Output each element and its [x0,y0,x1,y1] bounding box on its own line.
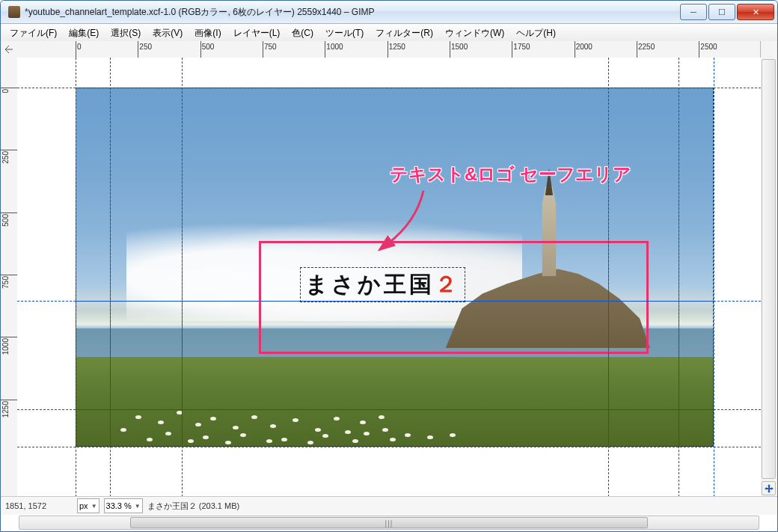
menu-layer[interactable]: レイヤー(L) [227,25,287,42]
menu-color[interactable]: 色(C) [286,25,319,42]
vertical-scrollbar[interactable] [762,59,776,479]
vertical-ruler[interactable]: 025050075010001250 [1,58,18,497]
text-layer-black: まさか王国 [305,272,435,296]
minimize-button[interactable]: ─ [680,4,707,20]
text-layer[interactable]: まさか王国２ [300,267,465,302]
layer-info: まさか王国２ (203.1 MB) [147,501,239,512]
move-icon [765,484,774,493]
menu-edit[interactable]: 編集(E) [63,25,105,42]
menu-help[interactable]: ヘルプ(H) [510,25,562,42]
menu-view[interactable]: 表示(V) [147,25,189,42]
scrollbar-thumb[interactable]: ||| [130,517,648,528]
menu-filter[interactable]: フィルター(R) [370,25,439,42]
menu-file[interactable]: ファイル(F) [4,25,63,42]
canvas[interactable]: テキスト&ロゴ セーフエリア まさか王国２ [17,58,761,497]
annotation-label: テキスト&ロゴ セーフエリア [390,162,631,186]
menu-window[interactable]: ウィンドウ(W) [439,25,510,42]
chevron-down-icon: ▼ [91,503,97,510]
menu-select[interactable]: 選択(S) [105,25,147,42]
app-window: *youtube_channelart_template.xcf-1.0 (RG… [0,0,778,532]
menu-image[interactable]: 画像(I) [189,25,227,42]
titlebar[interactable]: *youtube_channelart_template.xcf-1.0 (RG… [1,1,777,24]
chevron-down-icon: ▼ [135,503,141,510]
horizontal-scrollbar[interactable]: ||| [19,516,759,530]
menubar: ファイル(F) 編集(E) 選択(S) 表示(V) 画像(I) レイヤー(L) … [1,24,777,43]
right-gutter [760,41,777,497]
statusbar: 1851, 1572 px▼ 33.3 %▼ まさか王国２ (203.1 MB) [1,496,777,515]
gimp-icon [8,6,20,18]
zoom-selector[interactable]: 33.3 %▼ [104,498,143,513]
close-button[interactable]: ✕ [737,4,774,20]
image-surface[interactable]: テキスト&ロゴ セーフエリア まさか王国２ [76,88,714,447]
maximize-button[interactable]: ☐ [708,4,735,20]
navigation-button[interactable] [762,481,776,495]
text-layer-red: ２ [435,272,460,296]
cursor-coordinates: 1851, 1572 [5,501,73,510]
menu-tool[interactable]: ツール(T) [319,25,370,42]
ruler-origin[interactable] [1,41,18,58]
horizontal-ruler[interactable]: 02505007501000125015001750200022502500 [17,41,761,58]
window-title: *youtube_channelart_template.xcf-1.0 (RG… [25,6,680,19]
unit-selector[interactable]: px▼ [77,498,99,513]
